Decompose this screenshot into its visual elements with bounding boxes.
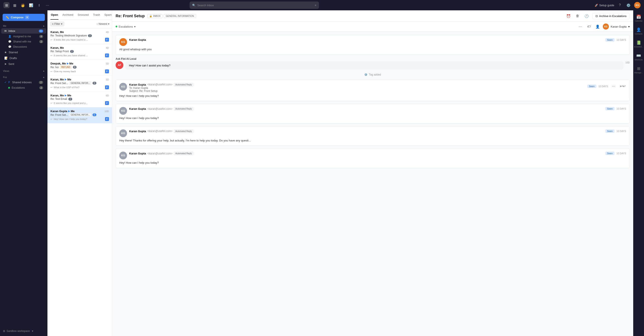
sidebar-item-inbox[interactable]: ✉ Inbox 6	[1, 28, 46, 34]
right-panel: 📅 Calendar 👤 Contacts 📗 Knowled... ⌨️ Sh…	[633, 10, 644, 336]
msg6-avatar: KG	[119, 152, 127, 159]
delete-button[interactable]: 🗑	[574, 12, 581, 20]
star-icon: ★	[4, 51, 7, 54]
conversation-pane: Re: Front Setup 🔒 INBOX GENERAL INFORMAT…	[112, 10, 633, 336]
sidebar-item-discussions[interactable]: 💬 Discussions	[1, 44, 46, 49]
msg3-email: <karan@usefini.com>	[147, 83, 172, 86]
msg3-body: Hey! How can I help you today?	[119, 94, 626, 98]
shared-inboxes-badge: 2	[39, 81, 43, 84]
inbox-tag[interactable]: 🔒 INBOX	[147, 14, 162, 18]
sidebar-item-sent[interactable]: ➤ Sent	[1, 61, 46, 67]
knowledge-icon: 📗	[636, 40, 641, 45]
help-icon[interactable]: ?	[617, 2, 623, 8]
search-input[interactable]	[197, 4, 313, 7]
rp-contacts[interactable]: 👤 Contacts	[634, 25, 643, 37]
msg1-time: 10 DAYS	[616, 38, 626, 41]
newest-sort-button[interactable]: ↕ Newest ▾	[96, 22, 109, 26]
tab-open[interactable]: Open	[50, 10, 58, 20]
general-info-tag[interactable]: GENERAL INFORMATION	[164, 14, 196, 18]
assign-button[interactable]: 👤	[594, 23, 601, 30]
rp-knowledge[interactable]: 📗 Knowled...	[634, 38, 643, 50]
tab-snoozed[interactable]: Snoozed	[77, 10, 89, 20]
sidebar-item-shared-inboxes[interactable]: ✓ F Shared inboxes 2	[1, 80, 46, 85]
thread-item-5[interactable]: Karan, Me ▶ Me 6D Re: Test Email 2 ↩ It …	[48, 92, 112, 108]
search-bar[interactable]: 🔍 ≡	[190, 2, 319, 9]
message-4: KG Karan Gupta <karan@usefini.com> Autom…	[116, 104, 630, 124]
msg5-avatar: KG	[119, 130, 127, 137]
compose-button[interactable]: ✏️ Compose ▾	[2, 14, 45, 21]
user-avatar[interactable]: KG	[634, 2, 640, 8]
msg1-seen: Seen	[606, 38, 614, 42]
compose-dropdown-arrow[interactable]: ▾	[25, 16, 29, 19]
msg5-seen: Seen	[606, 130, 614, 133]
msg4-time: 10 DAYS	[616, 108, 626, 110]
sidebar-item-escalations[interactable]: Escalations 2	[1, 86, 46, 90]
thread-list: Open Archived Snoozed Trash Spam ≡ Filte…	[48, 10, 112, 336]
bar-chart-icon[interactable]: 📊	[28, 2, 34, 8]
settings-icon[interactable]: ⚙️	[626, 2, 632, 8]
msg3-time: 10 DAYS	[598, 85, 608, 88]
msg6-auto-badge: Automated Reply	[174, 152, 194, 155]
thread-tabs: Open Archived Snoozed Trash Spam	[48, 10, 112, 20]
user-square-icon[interactable]: 🧑	[20, 2, 26, 8]
more-options-button[interactable]: ⋯	[577, 23, 584, 30]
thread-item-6[interactable]: Karan Gupta ▶ Me 10D Re: Front Set... GE…	[48, 108, 112, 123]
fini-section-header[interactable]: Fini ▴	[0, 75, 48, 79]
topbar: ⊞ ▦ 🧑 📊 ⫿ ⋯ 🔍 ≡ 🚀 Setup guide ? ⚙️ KG	[0, 0, 644, 10]
checkmark-icon: ✓	[4, 81, 7, 84]
assignee-right: ⋯ 🏷 👤 KG Karan Gupta ▾	[577, 23, 630, 30]
calendar-icon: 📅	[636, 14, 641, 19]
thread-item-3[interactable]: Deepak, Me ▶ Me 5D Re: hoi REFUND 8 ↩ Gi…	[48, 60, 112, 76]
sandbox-workspace[interactable]: ⊞ Sandbox workspace ▾	[0, 328, 48, 334]
tag-added-event: ⚙️ Tag added	[116, 72, 630, 77]
me-section-header[interactable]: Me ▴	[0, 24, 48, 28]
sidebar-item-drafts[interactable]: 📝 Drafts	[1, 56, 46, 61]
sidebar-item-shared-with-me[interactable]: 💬 Shared with me 2	[1, 39, 46, 44]
clock-button[interactable]: 🕐	[583, 12, 590, 20]
thread-item-2[interactable]: Karan, Me 4D Re: Setup Front 2 ↩ It seem…	[48, 44, 112, 60]
escalations-dot	[8, 87, 10, 89]
conversation-tags: 🔒 INBOX GENERAL INFORMATION	[147, 14, 196, 18]
msg5-email: <karan@usefini.com>	[147, 130, 172, 133]
msg3-reply-button[interactable]: ↩↩	[619, 83, 626, 90]
columns-icon[interactable]: ⫿	[36, 2, 42, 8]
rp-calendar[interactable]: 📅 Calendar	[634, 12, 643, 24]
topbar-right: 🚀 Setup guide ? ⚙️ KG	[594, 2, 640, 8]
alarm-button[interactable]: ⏰	[565, 12, 572, 20]
setup-guide-button[interactable]: 🚀 Setup guide	[594, 4, 614, 7]
msg3-more-button[interactable]: ⋯	[610, 83, 617, 90]
views-section-header[interactable]: Views ▴	[0, 68, 48, 73]
sidebar-item-assigned-to-me[interactable]: 👤 Assigned to me 4	[1, 34, 46, 39]
tag-button[interactable]: 🏷	[586, 23, 592, 30]
msg1-avatar: KG	[119, 38, 127, 46]
conversation-header: Re: Front Setup 🔒 INBOX GENERAL INFORMAT…	[112, 10, 633, 22]
msg4-auto-badge: Automated Reply	[174, 107, 194, 111]
rp-manage[interactable]: ⊞ Manage...	[634, 64, 643, 76]
msg6-body: Hey! How can I help you today?	[119, 161, 626, 165]
msg3-sender: Karan Gupta	[129, 83, 146, 86]
person-icon: 👤	[8, 35, 12, 38]
message-2-ai: Ask Fini AI Local AF Hey! How can I assi…	[116, 57, 630, 70]
lock-icon: 🔒	[149, 15, 152, 18]
tab-spam[interactable]: Spam	[104, 10, 112, 20]
home-icon[interactable]: ⊞	[4, 2, 10, 8]
tab-trash[interactable]: Trash	[92, 10, 100, 20]
assignee-bar: Escalations ▾ ⋯ 🏷 👤 KG Karan Gupta ▾	[112, 22, 633, 32]
msg5-body: Hey there! Thanks for offering your help…	[119, 138, 626, 143]
more-dots-icon[interactable]: ⋯	[44, 2, 50, 8]
tab-archived[interactable]: Archived	[62, 10, 74, 20]
sidebar-item-starred[interactable]: ★ Starred	[1, 50, 46, 55]
escalations-selector[interactable]: Escalations ▾	[116, 25, 136, 28]
assignee-avatar[interactable]: KG	[603, 24, 609, 30]
msg6-sender: Karan Gupta	[129, 152, 146, 155]
share-icon: 💬	[8, 40, 12, 43]
discussion-icon: 💬	[8, 45, 12, 48]
rp-shortcuts[interactable]: ⌨️ Shortcuts	[634, 51, 643, 63]
message-6: KG Karan Gupta <karan@usefini.com> Autom…	[116, 148, 630, 168]
filter-button[interactable]: ≡ Filter ▾	[50, 22, 64, 26]
archive-button[interactable]: ⊡ Archive in Escalations	[592, 13, 630, 19]
thread-item-1[interactable]: Karan, Me 4D Re: Testing Webhook Signatu…	[48, 28, 112, 44]
grid-icon[interactable]: ▦	[12, 2, 18, 8]
thread-item-4[interactable]: Karan, Me ▶ Me 5D Re: Front Set... GENER…	[48, 76, 112, 92]
message-5: KG Karan Gupta <karan@usefini.com> Autom…	[116, 126, 630, 146]
